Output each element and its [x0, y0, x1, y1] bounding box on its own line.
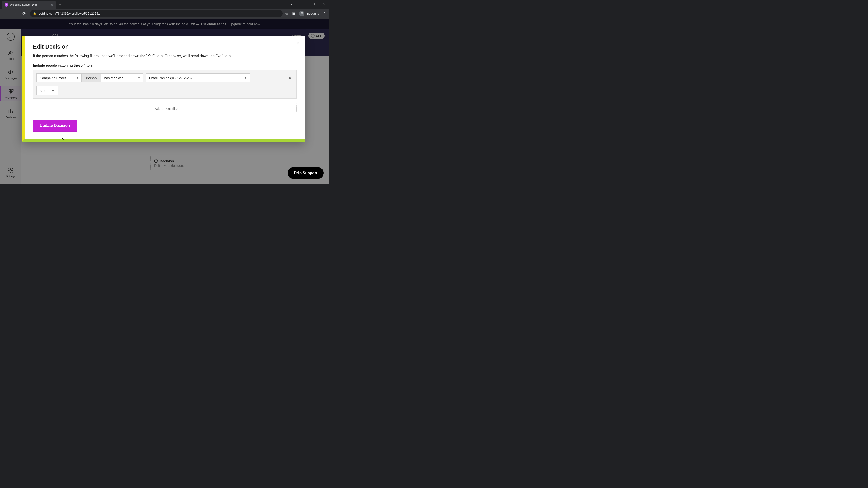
modal-description: If the person matches the following filt…	[33, 54, 297, 58]
filter-group: Campaign Emails ▾ Person has received ▾ …	[33, 70, 297, 98]
tab-overflow-icon[interactable]: ⌄	[290, 2, 293, 5]
filter-row: Campaign Emails ▾ Person has received ▾ …	[36, 73, 293, 83]
trial-banner: Your trial has 14 days left to go. All t…	[0, 19, 329, 29]
filter-subject-badge: Person	[82, 73, 101, 83]
trial-text-prefix: Your trial has	[69, 22, 89, 26]
sidebar-item-label: People	[7, 57, 14, 60]
address-bar: ← → ⟳ 🔒 getdrip.com/7641396/workflows/51…	[0, 8, 329, 19]
chart-icon	[7, 108, 14, 114]
sidebar-item-label: Workflows	[5, 96, 17, 99]
filter-condition-dropdown[interactable]: has received ▾	[101, 73, 143, 83]
chevron-down-icon: ▾	[245, 76, 246, 79]
toggle-label: OFF	[316, 34, 322, 37]
url-text: getdrip.com/7641396/workflows/516121561	[39, 12, 100, 15]
sidebar-item-people[interactable]: People	[0, 47, 21, 62]
update-decision-button[interactable]: Update Decision	[33, 120, 76, 131]
svg-point-1	[302, 13, 303, 14]
and-badge: and	[36, 86, 49, 95]
tab-title: Welcome Series · Drip	[10, 3, 49, 6]
extensions-icon[interactable]: ▣	[292, 11, 296, 16]
svg-point-0	[301, 13, 302, 14]
megaphone-icon	[7, 69, 14, 75]
node-subtitle: Define your decision...	[154, 164, 196, 167]
workflow-toggle[interactable]: OFF	[308, 33, 324, 39]
add-or-label: Add an OR filter	[155, 107, 179, 110]
maximize-button[interactable]: ▢	[308, 0, 319, 7]
forward-button[interactable]: →	[12, 10, 18, 17]
remove-filter-button[interactable]: ✕	[287, 76, 293, 80]
upgrade-link[interactable]: Upgrade to paid now	[229, 22, 260, 26]
plus-icon: +	[151, 107, 153, 110]
close-modal-button[interactable]: ✕	[296, 40, 300, 45]
trial-days: 14 days left	[90, 22, 108, 26]
toggle-icon	[311, 34, 315, 37]
add-and-condition-button[interactable]: +	[49, 86, 58, 95]
gear-icon	[7, 167, 14, 173]
kebab-menu-icon[interactable]: ⋮	[323, 11, 327, 16]
close-tab-icon[interactable]: ✕	[51, 3, 53, 6]
dropdown-value: Campaign Emails	[40, 76, 66, 80]
people-icon	[7, 50, 14, 56]
svg-point-7	[10, 170, 11, 171]
svg-point-3	[11, 52, 12, 53]
profile-badge[interactable]: Incognito	[299, 11, 319, 16]
back-button[interactable]: ←	[3, 10, 9, 17]
window-controls: — ▢ ✕	[298, 0, 329, 7]
incognito-icon	[299, 11, 305, 16]
drip-favicon: ◔	[4, 3, 8, 6]
chevron-down-icon: ▾	[77, 76, 78, 79]
and-condition-row: and +	[36, 86, 293, 95]
sidebar-item-label: Campaigns	[4, 77, 17, 79]
trial-sends: 100 email sends.	[200, 22, 227, 26]
chevron-down-icon: ▾	[138, 76, 140, 79]
profile-label: Incognito	[306, 12, 319, 15]
logo-icon[interactable]: ◡	[6, 33, 15, 41]
support-button[interactable]: Drip Support	[287, 167, 324, 179]
sidebar-item-campaigns[interactable]: Campaigns	[0, 67, 21, 82]
browser-tab[interactable]: ◔ Welcome Series · Drip ✕	[2, 1, 56, 8]
trial-text-middle: to go. All the power is at your fingerti…	[110, 22, 199, 26]
url-field[interactable]: 🔒 getdrip.com/7641396/workflows/51612156…	[30, 10, 283, 17]
decision-icon: ◯	[154, 159, 158, 163]
dropdown-value: Email Campaign - 12-12-2023	[149, 76, 194, 80]
sidebar-item-analytics[interactable]: Analytics	[0, 106, 21, 121]
svg-rect-5	[11, 90, 13, 91]
workflow-icon	[8, 89, 14, 95]
svg-point-2	[9, 51, 11, 53]
sidebar: ◡ People Campaigns Workflows Analytics S…	[0, 29, 21, 184]
bookmark-icon[interactable]: ☆	[285, 11, 288, 16]
minimize-button[interactable]: —	[298, 0, 308, 7]
lock-icon: 🔒	[33, 12, 36, 15]
node-title: ◯ Decision	[154, 159, 196, 163]
filter-category-dropdown[interactable]: Campaign Emails ▾	[36, 73, 82, 83]
sidebar-item-label: Settings	[6, 175, 15, 177]
browser-tab-strip: ◔ Welcome Series · Drip ✕ + ⌄ — ▢ ✕	[0, 0, 329, 8]
sidebar-item-workflows[interactable]: Workflows	[0, 86, 21, 101]
svg-rect-4	[9, 90, 11, 91]
new-tab-button[interactable]: +	[59, 2, 61, 7]
filter-heading: Include people matching these filters	[33, 64, 297, 67]
edit-decision-modal: ✕ Edit Decision If the person matches th…	[22, 36, 305, 142]
sidebar-item-settings[interactable]: Settings	[0, 165, 21, 180]
dropdown-value: has received	[104, 76, 124, 80]
modal-title: Edit Decision	[33, 43, 297, 50]
filter-value-dropdown[interactable]: Email Campaign - 12-12-2023 ▾	[146, 73, 250, 83]
sidebar-item-label: Analytics	[6, 116, 16, 119]
add-or-filter-button[interactable]: + Add an OR filter	[33, 103, 297, 114]
svg-rect-6	[10, 93, 12, 94]
reload-button[interactable]: ⟳	[21, 10, 27, 17]
decision-node[interactable]: ◯ Decision Define your decision...	[150, 156, 200, 170]
close-window-button[interactable]: ✕	[319, 0, 329, 7]
